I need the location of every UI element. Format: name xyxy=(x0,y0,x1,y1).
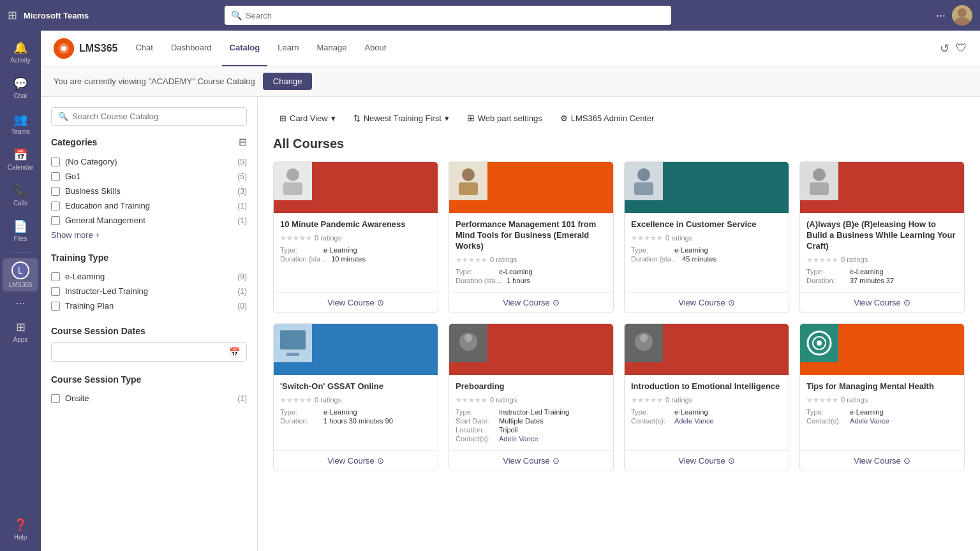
nav-item-chat[interactable]: Chat xyxy=(128,31,160,66)
nav-item-manage[interactable]: Manage xyxy=(309,31,354,66)
view-course-link-6[interactable]: View Course ⊙ xyxy=(503,456,559,466)
admin-center-button[interactable]: ⚙ LMS365 Admin Center xyxy=(554,110,661,126)
training-type-elearning[interactable]: e-Learning (9) xyxy=(51,269,247,284)
svg-rect-18 xyxy=(280,330,306,349)
grid-icon[interactable]: ⊞ xyxy=(8,8,17,22)
view-course-link-4[interactable]: View Course ⊙ xyxy=(854,298,910,307)
course-header-8 xyxy=(800,324,964,375)
sidebar-label-lms365: LMS365 xyxy=(8,281,32,288)
search-icon: 🔍 xyxy=(231,10,242,20)
app-layout: 🔔 Activity 💬 Chat 👥 Teams 📅 Calendar 📞 C… xyxy=(0,31,980,551)
course-thumbnail-8 xyxy=(800,324,838,362)
arrow-right-icon-8: ⊙ xyxy=(903,456,910,466)
arrow-right-icon-2: ⊙ xyxy=(553,298,560,307)
calendar-icon[interactable]: 📅 xyxy=(229,347,240,357)
contact-link-6[interactable]: Adele Vance xyxy=(499,435,538,443)
course-title-2: Performance Management 101 from Mind Too… xyxy=(456,219,607,252)
training-type-checkbox-elearning[interactable] xyxy=(51,272,60,281)
nav-item-about[interactable]: About xyxy=(357,31,394,66)
sidebar-item-calls[interactable]: 📞 Calls xyxy=(3,179,38,212)
nav-item-catalog[interactable]: Catalog xyxy=(222,31,268,66)
view-course-link-7[interactable]: View Course ⊙ xyxy=(678,456,734,466)
svg-point-0 xyxy=(958,8,967,17)
course-card-4[interactable]: (A)lways (B)e (R)eleasing How to Build a… xyxy=(799,161,965,313)
training-type-checkbox-training-plan[interactable] xyxy=(51,302,60,311)
category-business-skills[interactable]: Business Skills (3) xyxy=(51,184,247,198)
view-course-link-2[interactable]: View Course ⊙ xyxy=(503,298,559,307)
ratings-count-7: 0 ratings xyxy=(665,396,692,404)
arrow-right-icon-7: ⊙ xyxy=(728,456,735,466)
category-general-management[interactable]: General Management (1) xyxy=(51,213,247,228)
category-go1[interactable]: Go1 (5) xyxy=(51,169,247,184)
svg-point-12 xyxy=(637,168,650,181)
sidebar-item-apps[interactable]: ⊞ Apps xyxy=(3,315,38,348)
course-thumbnail-5 xyxy=(274,324,312,362)
course-meta-2: Type: e-Learning Duration (sta... 1 hour… xyxy=(456,268,607,286)
session-dates-input[interactable] xyxy=(58,348,225,357)
course-card-8[interactable]: Tips for Managing Mental Health ★★★★★ 0 … xyxy=(799,323,965,471)
course-body-4: (A)lways (B)e (R)eleasing How to Build a… xyxy=(800,213,964,292)
topbar-app-name: Microsoft Teams xyxy=(24,11,89,20)
session-type-onsite[interactable]: Onsite (1) xyxy=(51,391,247,406)
nav-item-dashboard[interactable]: Dashboard xyxy=(163,31,219,66)
course-body-3: Excellence in Customer Service ★★★★★ 0 r… xyxy=(625,213,789,292)
course-title-6: Preboarding xyxy=(456,381,607,392)
course-card-6[interactable]: Preboarding ★★★★★ 0 ratings Type: Instru… xyxy=(449,323,614,471)
change-catalog-button[interactable]: Change xyxy=(263,73,313,90)
category-checkbox-go1[interactable] xyxy=(51,172,60,181)
category-no-category[interactable]: (No Category) (5) xyxy=(51,154,247,169)
view-course-link-1[interactable]: View Course ⊙ xyxy=(327,298,383,307)
filter-icon[interactable]: ⊟ xyxy=(239,136,247,148)
refresh-icon[interactable]: ↺ xyxy=(940,41,949,55)
course-card-3[interactable]: Excellence in Customer Service ★★★★★ 0 r… xyxy=(624,161,789,313)
sort-button[interactable]: ⇅ Newest Training First ▾ xyxy=(347,110,456,126)
course-body-7: Introduction to Emotional Intelligence ★… xyxy=(625,375,789,450)
category-checkbox-education-training[interactable] xyxy=(51,202,60,210)
training-type-training-plan[interactable]: Training Plan (0) xyxy=(51,298,247,313)
contact-link-8[interactable]: Adele Vance xyxy=(850,417,889,425)
topbar-right: ··· xyxy=(936,5,972,26)
main-area: LMS365 Chat Dashboard Catalog Learn Mana… xyxy=(41,31,980,551)
course-card-5[interactable]: 'Switch-On' GSSAT Online ★★★★★ 0 ratings… xyxy=(273,323,438,471)
course-footer-7: View Course ⊙ xyxy=(625,450,789,471)
session-type-checkbox-onsite[interactable] xyxy=(51,394,60,403)
category-checkbox-general-management[interactable] xyxy=(51,216,60,225)
svg-point-1 xyxy=(954,17,970,26)
course-catalog-search-input[interactable] xyxy=(72,112,240,121)
sidebar-item-chat[interactable]: 💬 Chat xyxy=(3,71,38,105)
training-type-instructor-led[interactable]: Instructor-Led Training (1) xyxy=(51,284,247,298)
more-options-icon[interactable]: ··· xyxy=(936,9,946,22)
categories-title: Categories xyxy=(51,137,97,147)
sidebar-item-help[interactable]: ❓ Help xyxy=(3,513,38,546)
course-card-2[interactable]: Performance Management 101 from Mind Too… xyxy=(449,161,614,313)
category-checkbox-business-skills[interactable] xyxy=(51,187,60,196)
arrow-right-icon-6: ⊙ xyxy=(553,456,560,466)
sidebar-more-dots[interactable]: ··· xyxy=(15,297,25,310)
show-more-link[interactable]: Show more + xyxy=(51,230,100,240)
sidebar-item-calendar[interactable]: 📅 Calendar xyxy=(3,143,38,176)
card-view-button[interactable]: ⊞ Card View ▾ xyxy=(273,110,342,126)
sidebar-item-teams[interactable]: 👥 Teams xyxy=(3,107,38,140)
view-course-link-5[interactable]: View Course ⊙ xyxy=(327,456,383,466)
sidebar-item-lms365[interactable]: L LMS365 xyxy=(3,258,38,291)
sidebar-item-files[interactable]: 📄 Files xyxy=(3,214,38,247)
calendar-icon: 📅 xyxy=(13,148,27,162)
training-type-checkbox-instructor-led[interactable] xyxy=(51,287,60,296)
settings-icon: ⊞ xyxy=(467,113,475,123)
category-checkbox-no-category[interactable] xyxy=(51,158,60,166)
course-card-7[interactable]: Introduction to Emotional Intelligence ★… xyxy=(624,323,789,471)
nav-item-learn[interactable]: Learn xyxy=(270,31,306,66)
web-part-settings-button[interactable]: ⊞ Web part settings xyxy=(461,110,549,126)
course-footer-5: View Course ⊙ xyxy=(274,450,438,471)
search-input[interactable] xyxy=(246,11,665,20)
avatar[interactable] xyxy=(952,5,972,26)
shield-icon[interactable]: 🛡 xyxy=(956,41,967,55)
course-card-1[interactable]: 10 Minute Pandemic Awareness ★★★★★ 0 rat… xyxy=(273,161,438,313)
category-education-training[interactable]: Education and Training (1) xyxy=(51,198,247,213)
svg-rect-7 xyxy=(283,182,302,195)
course-header-6 xyxy=(449,324,613,375)
view-course-link-8[interactable]: View Course ⊙ xyxy=(854,456,910,466)
sidebar-item-activity[interactable]: 🔔 Activity xyxy=(3,36,38,69)
view-course-link-3[interactable]: View Course ⊙ xyxy=(678,298,734,307)
contact-link-7[interactable]: Adele Vance xyxy=(674,417,714,425)
